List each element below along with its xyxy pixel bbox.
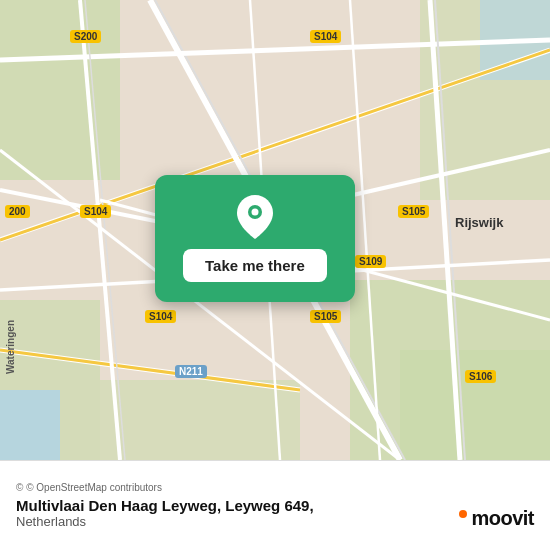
moovit-logo: moovit <box>459 507 534 530</box>
road-label-s105-mid: S105 <box>398 205 429 218</box>
city-label-wateringen: Wateringen <box>5 320 16 374</box>
location-pin-icon <box>237 195 273 239</box>
map-container: S200 S104 S104 S104 S105 S105 S109 S106 … <box>0 0 550 460</box>
location-country: Netherlands <box>16 514 534 529</box>
copyright-symbol: © <box>16 482 23 493</box>
road-label-200: 200 <box>5 205 30 218</box>
moovit-logo-text: moovit <box>471 507 534 530</box>
road-label-s104-top: S104 <box>310 30 341 43</box>
road-label-s104-mid: S104 <box>80 205 111 218</box>
svg-rect-1 <box>0 0 120 180</box>
attribution-text: © © OpenStreetMap contributors <box>16 482 534 493</box>
osm-attribution: © OpenStreetMap contributors <box>26 482 162 493</box>
info-bar: © © OpenStreetMap contributors Multivlaa… <box>0 460 550 550</box>
svg-rect-5 <box>100 380 300 460</box>
road-label-s109: S109 <box>355 255 386 268</box>
city-label-rijswijk: Rijswijk <box>455 215 503 230</box>
svg-point-28 <box>251 209 258 216</box>
road-label-s105-bot: S105 <box>310 310 341 323</box>
svg-rect-6 <box>400 350 550 460</box>
svg-rect-7 <box>0 390 60 460</box>
action-card[interactable]: Take me there <box>155 175 355 302</box>
road-label-n211: N211 <box>175 365 207 378</box>
location-name: Multivlaai Den Haag Leyweg, Leyweg 649, <box>16 497 534 514</box>
take-me-there-button[interactable]: Take me there <box>183 249 327 282</box>
road-label-s200: S200 <box>70 30 101 43</box>
moovit-logo-dot <box>459 510 467 518</box>
road-label-s106: S106 <box>465 370 496 383</box>
road-label-s104-bot: S104 <box>145 310 176 323</box>
